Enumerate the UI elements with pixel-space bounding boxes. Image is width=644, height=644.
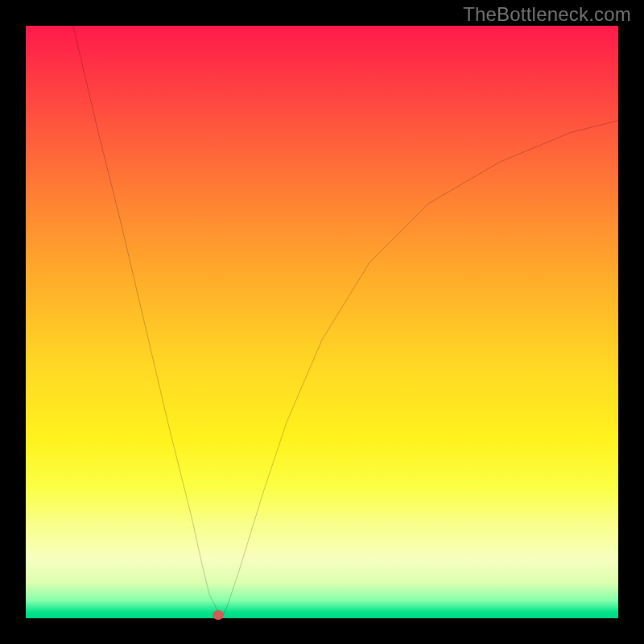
plot-area <box>26 26 618 618</box>
chart-frame: TheBottleneck.com <box>0 0 644 644</box>
curve-path <box>73 26 618 618</box>
bottleneck-curve <box>26 26 618 618</box>
watermark-text: TheBottleneck.com <box>463 3 631 26</box>
optimum-marker <box>213 610 224 620</box>
